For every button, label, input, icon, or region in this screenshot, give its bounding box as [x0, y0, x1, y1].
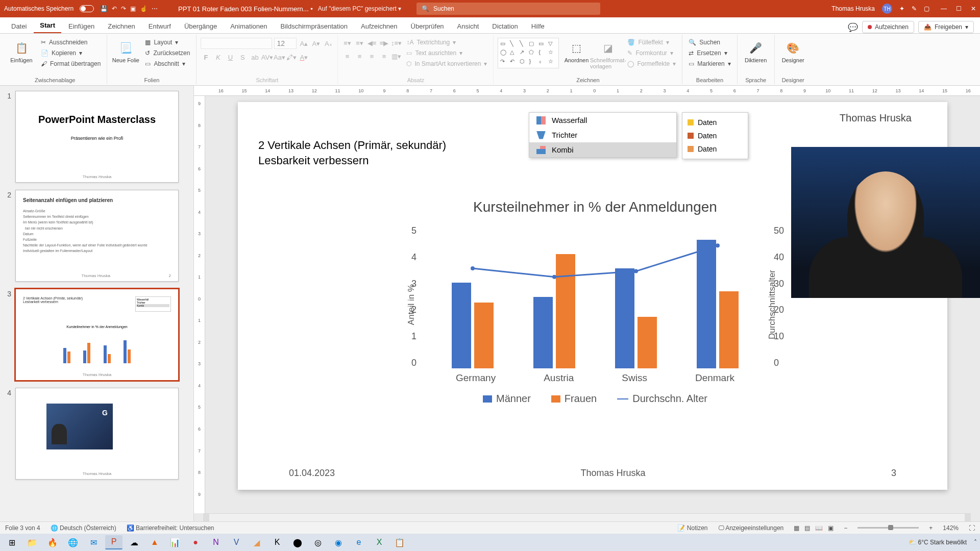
close-icon[interactable]: ✕	[971, 5, 976, 12]
new-slide-button[interactable]: 📃Neue Folie	[111, 38, 140, 63]
save-location[interactable]: Auf "diesem PC" gespeichert ▾	[318, 5, 401, 12]
bullets-icon[interactable]: ≡▾	[342, 38, 352, 48]
app-icon-7[interactable]: ◉	[330, 535, 347, 549]
app-icon-6[interactable]: ◎	[309, 535, 327, 549]
tab-aufzeichnen[interactable]: Aufzeichnen	[355, 19, 404, 33]
font-combo[interactable]	[201, 38, 272, 49]
spacing-icon[interactable]: AV▾	[262, 52, 272, 62]
tab-dictation[interactable]: Dictation	[486, 19, 524, 33]
user-name[interactable]: Thomas Hruska	[831, 5, 875, 12]
status-access[interactable]: ♿ Barrierefreiheit: Untersuchen	[127, 524, 214, 532]
thumb-4[interactable]: G Thomas Hruska	[15, 388, 179, 480]
visio-icon[interactable]: V	[228, 535, 245, 549]
align-right-icon[interactable]: ≡	[366, 51, 377, 61]
share-button[interactable]: 📤Freigeben ▾	[918, 21, 974, 33]
copy-button[interactable]: 📄Kopieren ▾	[39, 48, 103, 58]
copilot-icon[interactable]: ✦	[899, 5, 904, 12]
tab-start[interactable]: Start	[34, 18, 61, 33]
user-avatar[interactable]: TH	[882, 4, 892, 14]
qat-more-icon[interactable]: ⋯	[152, 5, 158, 12]
justify-icon[interactable]: ≡	[379, 51, 389, 61]
weather-widget[interactable]: ⛅ 6°C Stark bewölkt	[909, 539, 967, 546]
window-icon[interactable]: ▢	[924, 5, 929, 12]
present-icon[interactable]: ▣	[130, 5, 136, 12]
cut-button[interactable]: ✂Ausschneiden	[39, 38, 103, 47]
font-color-icon[interactable]: A▾	[299, 52, 309, 62]
tab-ansicht[interactable]: Ansicht	[451, 19, 485, 33]
thumb-1[interactable]: PowerPoint Masterclass Präsentieren wie …	[15, 91, 179, 183]
select-button[interactable]: ▭Markieren ▾	[687, 59, 732, 68]
tab-uebergaenge[interactable]: Übergänge	[178, 19, 223, 33]
linespacing-icon[interactable]: ↕≡▾	[391, 38, 401, 48]
zoom-in-icon[interactable]: +	[929, 524, 933, 532]
zoom-slider[interactable]	[857, 527, 919, 529]
find-button[interactable]: 🔍Suchen	[687, 38, 732, 47]
designer-button[interactable]: 🎨Designer	[779, 38, 807, 63]
text-direction-button[interactable]: ↕ATextrichtung ▾	[404, 38, 489, 47]
section-button[interactable]: ▭Abschnitt ▾	[143, 59, 192, 68]
firefox-icon[interactable]: 🔥	[44, 535, 61, 549]
tab-ueberpruefen[interactable]: Überprüfen	[405, 19, 450, 33]
combo-chart[interactable]: Kursteilnehmer in % der Anmeldungen Ante…	[386, 199, 804, 418]
strike-icon[interactable]: S	[237, 52, 248, 62]
tab-bildschirm[interactable]: Bildschirmpräsentation	[274, 19, 354, 33]
arrange-button[interactable]: ⬚Anordnen	[562, 38, 591, 63]
edge-icon[interactable]: e	[350, 535, 368, 549]
dictate-button[interactable]: 🎤Diktieren	[742, 38, 770, 63]
format-painter-button[interactable]: 🖌Format übertragen	[39, 59, 103, 68]
shrink-font-icon[interactable]: A▾	[311, 38, 321, 48]
paste-button[interactable]: 📋Einfügen	[7, 38, 36, 63]
redo-icon[interactable]: ↷	[121, 5, 126, 12]
bold-icon[interactable]: F	[201, 52, 211, 62]
highlight-icon[interactable]: 🖍▾	[286, 52, 297, 62]
clear-format-icon[interactable]: Aₓ	[323, 38, 333, 48]
thumb-2[interactable]: Seitenanzahl einfügen und platzieren Abs…	[15, 190, 179, 282]
app-icon-5[interactable]: K	[268, 535, 286, 549]
charttype-wasserfall[interactable]: Wasserfall	[529, 113, 676, 128]
fit-icon[interactable]: ⛶	[969, 524, 975, 532]
search-box[interactable]: 🔍 Suchen	[416, 3, 600, 15]
underline-icon[interactable]: U	[225, 52, 235, 62]
notes-button[interactable]: 📝 Notizen	[677, 524, 707, 532]
chrome-icon[interactable]: 🌐	[64, 535, 82, 549]
view-normal-icon[interactable]: ▦	[794, 524, 799, 532]
shadow-icon[interactable]: ab	[250, 52, 260, 62]
align-left-icon[interactable]: ≡	[342, 51, 352, 61]
start-button[interactable]: ⊞	[3, 535, 20, 549]
reset-button[interactable]: ↺Zurücksetzen	[143, 48, 192, 58]
drawing-icon[interactable]: ✎	[912, 5, 917, 12]
app-icon-3[interactable]: ●	[187, 535, 204, 549]
explorer-icon[interactable]: 📁	[23, 535, 41, 549]
app-icon-1[interactable]: ☁	[126, 535, 143, 549]
touch-icon[interactable]: ☝	[140, 5, 148, 12]
dedent-icon[interactable]: ◀≡	[366, 38, 377, 48]
record-button[interactable]: Aufzeichnen	[862, 21, 914, 33]
zoom-value[interactable]: 142%	[943, 524, 959, 532]
undo-icon[interactable]: ↶	[112, 5, 117, 12]
comments-icon[interactable]: 💬	[848, 22, 858, 32]
excel-icon[interactable]: X	[371, 535, 388, 549]
columns-icon[interactable]: ▥▾	[391, 51, 401, 61]
tray-chevron-icon[interactable]: ˄	[974, 539, 977, 546]
effects-button[interactable]: ◯Formeffekte ▾	[625, 59, 678, 68]
tab-hilfe[interactable]: Hilfe	[525, 19, 551, 33]
horizontal-scrollbar[interactable]	[203, 513, 971, 521]
smartart-button[interactable]: ⬡In SmartArt konvertieren ▾	[404, 59, 489, 68]
app-icon-8[interactable]: 📋	[391, 535, 408, 549]
align-text-button[interactable]: ▭Text ausrichten ▾	[404, 48, 489, 58]
thumb-3[interactable]: 2 Vertikale Achsen (Primär, sekundär)Les…	[15, 289, 179, 381]
doc-title[interactable]: PPT 01 Roter Faden 003 Folien-Nummern...…	[178, 5, 313, 13]
display-settings-button[interactable]: 🖵 Anzeigeeinstellungen	[718, 524, 784, 532]
tab-entwurf[interactable]: Entwurf	[142, 19, 177, 33]
view-slideshow-icon[interactable]: ▣	[828, 524, 834, 532]
tab-datei[interactable]: Datei	[5, 19, 33, 33]
shapes-gallery[interactable]: ▭╲╲▢▭▽ ◯△↗⬠{☆ ↷↶⬡}⬨☆	[498, 38, 559, 68]
align-center-icon[interactable]: ≡	[354, 51, 364, 61]
tab-zeichnen[interactable]: Zeichnen	[102, 19, 141, 33]
grow-font-icon[interactable]: A▴	[299, 38, 309, 48]
powerpoint-icon[interactable]: P	[105, 535, 122, 549]
replace-button[interactable]: ⇄Ersetzen ▾	[687, 48, 732, 58]
italic-icon[interactable]: K	[213, 52, 223, 62]
tab-animationen[interactable]: Animationen	[224, 19, 273, 33]
numbering-icon[interactable]: ≡▾	[354, 38, 364, 48]
